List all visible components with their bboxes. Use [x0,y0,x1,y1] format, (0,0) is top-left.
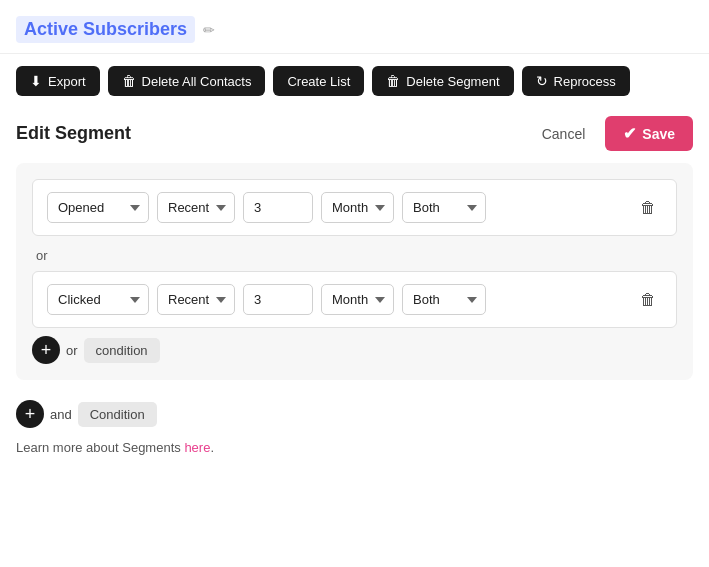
reprocess-label: Reprocess [554,74,616,89]
delete-segment-icon: 🗑 [386,73,400,89]
page-title: Active Subscribers [16,16,195,43]
cancel-button[interactable]: Cancel [532,120,596,148]
add-or-condition-button[interactable]: + [32,336,60,364]
condition-2-scope-select[interactable]: Both Mobile Desktop [402,284,486,315]
and-label: and [50,407,72,422]
and-condition-label: Condition [78,402,157,427]
delete-all-icon: 🗑 [122,73,136,89]
learn-more-text: Learn more about Segments [16,440,184,455]
export-button[interactable]: ⬇ Export [16,66,100,96]
delete-segment-label: Delete Segment [406,74,499,89]
trash-icon-1: 🗑 [640,199,656,216]
reprocess-icon: ↻ [536,73,548,89]
condition-row-1: Opened Clicked Subscribed Recent Before … [32,179,677,236]
delete-segment-button[interactable]: 🗑 Delete Segment [372,66,513,96]
condition-1-period-select[interactable]: Month Week Day [321,192,394,223]
learn-more-link[interactable]: here [184,440,210,455]
page-header: Active Subscribers ✏ [0,0,709,54]
learn-more-section: Learn more about Segments here. [0,436,709,471]
condition-2-time-select[interactable]: Recent Before After [157,284,235,315]
add-condition-label: condition [84,338,160,363]
save-label: Save [642,126,675,142]
save-button[interactable]: ✔ Save [605,116,693,151]
add-or-label: or [66,343,78,358]
save-check-icon: ✔ [623,124,636,143]
create-list-label: Create List [287,74,350,89]
condition-2-number-input[interactable] [243,284,313,315]
condition-1-time-select[interactable]: Recent Before After [157,192,235,223]
segment-container: Opened Clicked Subscribed Recent Before … [16,163,693,380]
create-list-button[interactable]: Create List [273,66,364,96]
edit-title-icon[interactable]: ✏ [203,22,215,38]
edit-segment-title: Edit Segment [16,123,131,144]
delete-all-contacts-button[interactable]: 🗑 Delete All Contacts [108,66,266,96]
condition-2-type-select[interactable]: Opened Clicked Subscribed [47,284,149,315]
reprocess-button[interactable]: ↻ Reprocess [522,66,630,96]
condition-1-delete-button[interactable]: 🗑 [634,193,662,223]
or-separator: or [32,244,677,271]
delete-all-label: Delete All Contacts [142,74,252,89]
condition-1-scope-select[interactable]: Both Mobile Desktop [402,192,486,223]
condition-row-2: Opened Clicked Subscribed Recent Before … [32,271,677,328]
condition-2-period-select[interactable]: Month Week Day [321,284,394,315]
export-label: Export [48,74,86,89]
condition-1-number-input[interactable] [243,192,313,223]
toolbar: ⬇ Export 🗑 Delete All Contacts Create Li… [0,54,709,108]
edit-segment-header: Edit Segment Cancel ✔ Save [0,108,709,163]
header-actions: Cancel ✔ Save [532,116,693,151]
condition-2-delete-button[interactable]: 🗑 [634,285,662,315]
add-or-condition-row: + or condition [32,336,677,364]
and-condition-row: + and Condition [0,396,709,436]
add-and-condition-button[interactable]: + [16,400,44,428]
trash-icon-2: 🗑 [640,291,656,308]
export-icon: ⬇ [30,73,42,89]
learn-more-suffix: . [210,440,214,455]
condition-1-type-select[interactable]: Opened Clicked Subscribed [47,192,149,223]
